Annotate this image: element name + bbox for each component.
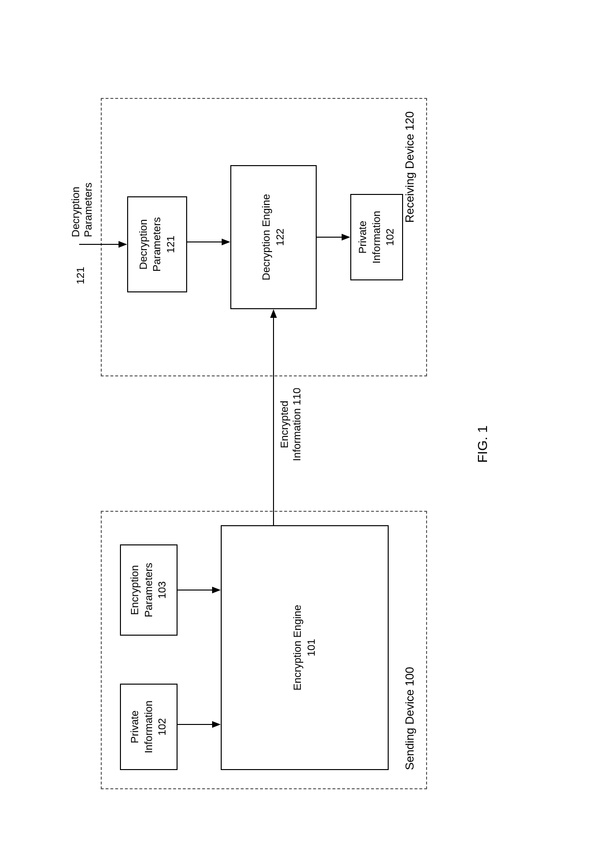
ext-dec-line2: Parameters [82, 182, 94, 237]
enc-params-line2: Parameters [142, 563, 156, 617]
decryption-engine-line1: Decryption Engine [260, 194, 274, 280]
encryption-engine-line1: Encryption Engine [291, 605, 305, 691]
recv-private-line2: Information [370, 211, 384, 264]
enc-params-line1: Encryption [128, 565, 142, 615]
external-decryption-label: Decryption Parameters [70, 170, 95, 237]
recv-private-line3: 102 [383, 229, 397, 246]
decryption-parameters-box: Decryption Parameters 121 [127, 196, 187, 292]
private-information-receiving-box: Private Information 102 [350, 194, 403, 280]
enc-info-line2: Information 110 [291, 388, 303, 461]
private-info-line3: 102 [155, 718, 169, 736]
svg-marker-1 [212, 721, 221, 728]
external-decryption-number: 121 [74, 261, 87, 290]
arrow-private-to-engine [178, 720, 221, 729]
svg-marker-11 [270, 309, 277, 318]
private-information-box: Private Information 102 [120, 684, 178, 770]
encryption-diagram: Sending Device 100 Private Information 1… [34, 50, 561, 818]
arrow-decparams-to-engine [187, 237, 230, 247]
svg-marker-5 [222, 239, 230, 245]
decryption-engine-box: Decryption Engine 122 [230, 165, 317, 309]
dec-params-line1: Decryption [137, 219, 151, 269]
encryption-engine-box: Encryption Engine 101 [221, 525, 389, 770]
receiving-device-label: Receiving Device 120 [403, 111, 416, 223]
arrow-external-to-decparams [79, 240, 127, 249]
svg-marker-9 [119, 241, 127, 248]
encryption-engine-line2: 101 [305, 639, 319, 657]
enc-info-line1: Encrypted [278, 400, 290, 448]
figure-label: FIG. 1 [475, 425, 490, 463]
dec-params-line3: 121 [164, 236, 178, 253]
arrow-engine-to-private [317, 232, 350, 242]
decryption-engine-line2: 122 [274, 229, 287, 246]
svg-marker-7 [342, 234, 350, 241]
private-info-line2: Information [142, 700, 156, 753]
arrow-params-to-engine [178, 585, 221, 595]
private-info-line1: Private [128, 711, 142, 743]
encrypted-info-label: Encrypted Information 110 [278, 376, 303, 472]
enc-params-line3: 103 [155, 581, 169, 599]
svg-marker-3 [212, 587, 221, 593]
arrow-encrypted-info [269, 309, 278, 525]
recv-private-line1: Private [356, 221, 370, 253]
sending-device-label: Sending Device 100 [403, 667, 416, 770]
encryption-parameters-box: Encryption Parameters 103 [120, 544, 178, 636]
ext-dec-line1: Decryption [70, 187, 82, 237]
dec-params-line2: Parameters [150, 217, 164, 272]
